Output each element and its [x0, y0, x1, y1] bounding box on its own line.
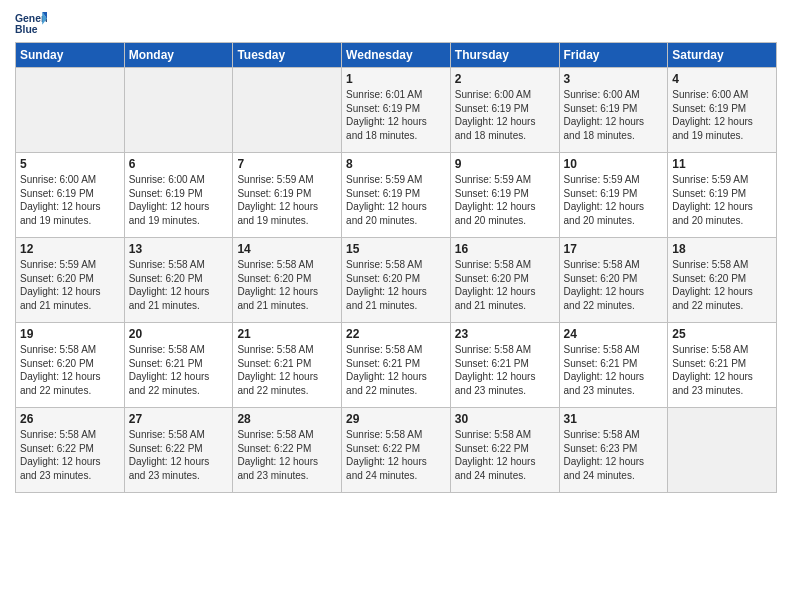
day-info: Sunrise: 5:58 AM Sunset: 6:20 PM Dayligh…	[237, 258, 337, 312]
calendar-cell: 4Sunrise: 6:00 AM Sunset: 6:19 PM Daylig…	[668, 68, 777, 153]
day-number: 25	[672, 327, 772, 341]
weekday-header-monday: Monday	[124, 43, 233, 68]
day-number: 10	[564, 157, 664, 171]
day-number: 9	[455, 157, 555, 171]
page-container: General Blue SundayMondayTuesdayWednesda…	[0, 0, 792, 503]
calendar-cell: 20Sunrise: 5:58 AM Sunset: 6:21 PM Dayli…	[124, 323, 233, 408]
week-row-5: 26Sunrise: 5:58 AM Sunset: 6:22 PM Dayli…	[16, 408, 777, 493]
day-info: Sunrise: 6:00 AM Sunset: 6:19 PM Dayligh…	[129, 173, 229, 227]
day-info: Sunrise: 5:58 AM Sunset: 6:22 PM Dayligh…	[346, 428, 446, 482]
day-number: 31	[564, 412, 664, 426]
day-info: Sunrise: 5:58 AM Sunset: 6:21 PM Dayligh…	[672, 343, 772, 397]
day-info: Sunrise: 5:58 AM Sunset: 6:20 PM Dayligh…	[672, 258, 772, 312]
day-info: Sunrise: 5:58 AM Sunset: 6:21 PM Dayligh…	[237, 343, 337, 397]
weekday-header-tuesday: Tuesday	[233, 43, 342, 68]
day-info: Sunrise: 5:58 AM Sunset: 6:21 PM Dayligh…	[129, 343, 229, 397]
calendar-cell: 3Sunrise: 6:00 AM Sunset: 6:19 PM Daylig…	[559, 68, 668, 153]
day-info: Sunrise: 5:58 AM Sunset: 6:23 PM Dayligh…	[564, 428, 664, 482]
day-number: 12	[20, 242, 120, 256]
calendar-cell: 31Sunrise: 5:58 AM Sunset: 6:23 PM Dayli…	[559, 408, 668, 493]
day-info: Sunrise: 5:58 AM Sunset: 6:22 PM Dayligh…	[20, 428, 120, 482]
day-number: 22	[346, 327, 446, 341]
calendar-cell: 10Sunrise: 5:59 AM Sunset: 6:19 PM Dayli…	[559, 153, 668, 238]
calendar-cell: 7Sunrise: 5:59 AM Sunset: 6:19 PM Daylig…	[233, 153, 342, 238]
weekday-header-saturday: Saturday	[668, 43, 777, 68]
calendar-cell	[668, 408, 777, 493]
calendar-cell: 6Sunrise: 6:00 AM Sunset: 6:19 PM Daylig…	[124, 153, 233, 238]
day-info: Sunrise: 5:59 AM Sunset: 6:19 PM Dayligh…	[237, 173, 337, 227]
day-number: 23	[455, 327, 555, 341]
calendar-cell: 14Sunrise: 5:58 AM Sunset: 6:20 PM Dayli…	[233, 238, 342, 323]
header: General Blue	[15, 10, 777, 38]
day-number: 1	[346, 72, 446, 86]
day-info: Sunrise: 5:58 AM Sunset: 6:21 PM Dayligh…	[564, 343, 664, 397]
calendar-cell: 29Sunrise: 5:58 AM Sunset: 6:22 PM Dayli…	[342, 408, 451, 493]
day-info: Sunrise: 5:59 AM Sunset: 6:19 PM Dayligh…	[564, 173, 664, 227]
weekday-header-row: SundayMondayTuesdayWednesdayThursdayFrid…	[16, 43, 777, 68]
weekday-header-friday: Friday	[559, 43, 668, 68]
day-info: Sunrise: 5:58 AM Sunset: 6:20 PM Dayligh…	[20, 343, 120, 397]
calendar-cell: 5Sunrise: 6:00 AM Sunset: 6:19 PM Daylig…	[16, 153, 125, 238]
day-info: Sunrise: 5:59 AM Sunset: 6:19 PM Dayligh…	[672, 173, 772, 227]
calendar-cell: 1Sunrise: 6:01 AM Sunset: 6:19 PM Daylig…	[342, 68, 451, 153]
day-info: Sunrise: 5:58 AM Sunset: 6:21 PM Dayligh…	[455, 343, 555, 397]
day-info: Sunrise: 6:00 AM Sunset: 6:19 PM Dayligh…	[20, 173, 120, 227]
day-info: Sunrise: 5:58 AM Sunset: 6:20 PM Dayligh…	[455, 258, 555, 312]
calendar-cell: 9Sunrise: 5:59 AM Sunset: 6:19 PM Daylig…	[450, 153, 559, 238]
calendar-cell: 17Sunrise: 5:58 AM Sunset: 6:20 PM Dayli…	[559, 238, 668, 323]
day-info: Sunrise: 5:58 AM Sunset: 6:22 PM Dayligh…	[237, 428, 337, 482]
day-info: Sunrise: 5:59 AM Sunset: 6:20 PM Dayligh…	[20, 258, 120, 312]
calendar-table: SundayMondayTuesdayWednesdayThursdayFrid…	[15, 42, 777, 493]
day-info: Sunrise: 5:58 AM Sunset: 6:22 PM Dayligh…	[455, 428, 555, 482]
day-info: Sunrise: 6:01 AM Sunset: 6:19 PM Dayligh…	[346, 88, 446, 142]
day-number: 20	[129, 327, 229, 341]
day-info: Sunrise: 5:58 AM Sunset: 6:21 PM Dayligh…	[346, 343, 446, 397]
day-number: 26	[20, 412, 120, 426]
day-info: Sunrise: 5:58 AM Sunset: 6:20 PM Dayligh…	[564, 258, 664, 312]
day-info: Sunrise: 6:00 AM Sunset: 6:19 PM Dayligh…	[564, 88, 664, 142]
day-number: 13	[129, 242, 229, 256]
calendar-cell: 13Sunrise: 5:58 AM Sunset: 6:20 PM Dayli…	[124, 238, 233, 323]
weekday-header-sunday: Sunday	[16, 43, 125, 68]
week-row-4: 19Sunrise: 5:58 AM Sunset: 6:20 PM Dayli…	[16, 323, 777, 408]
week-row-3: 12Sunrise: 5:59 AM Sunset: 6:20 PM Dayli…	[16, 238, 777, 323]
day-info: Sunrise: 6:00 AM Sunset: 6:19 PM Dayligh…	[672, 88, 772, 142]
calendar-cell: 27Sunrise: 5:58 AM Sunset: 6:22 PM Dayli…	[124, 408, 233, 493]
day-number: 16	[455, 242, 555, 256]
logo-icon: General Blue	[15, 10, 47, 38]
calendar-cell: 26Sunrise: 5:58 AM Sunset: 6:22 PM Dayli…	[16, 408, 125, 493]
calendar-header: SundayMondayTuesdayWednesdayThursdayFrid…	[16, 43, 777, 68]
day-number: 24	[564, 327, 664, 341]
day-number: 21	[237, 327, 337, 341]
day-number: 28	[237, 412, 337, 426]
day-number: 8	[346, 157, 446, 171]
day-info: Sunrise: 5:58 AM Sunset: 6:20 PM Dayligh…	[129, 258, 229, 312]
svg-text:Blue: Blue	[15, 24, 38, 35]
calendar-cell	[16, 68, 125, 153]
calendar-cell: 25Sunrise: 5:58 AM Sunset: 6:21 PM Dayli…	[668, 323, 777, 408]
day-number: 3	[564, 72, 664, 86]
calendar-cell: 30Sunrise: 5:58 AM Sunset: 6:22 PM Dayli…	[450, 408, 559, 493]
day-number: 17	[564, 242, 664, 256]
calendar-cell: 2Sunrise: 6:00 AM Sunset: 6:19 PM Daylig…	[450, 68, 559, 153]
calendar-cell: 12Sunrise: 5:59 AM Sunset: 6:20 PM Dayli…	[16, 238, 125, 323]
calendar-cell: 11Sunrise: 5:59 AM Sunset: 6:19 PM Dayli…	[668, 153, 777, 238]
calendar-cell: 15Sunrise: 5:58 AM Sunset: 6:20 PM Dayli…	[342, 238, 451, 323]
calendar-cell: 28Sunrise: 5:58 AM Sunset: 6:22 PM Dayli…	[233, 408, 342, 493]
day-info: Sunrise: 5:59 AM Sunset: 6:19 PM Dayligh…	[455, 173, 555, 227]
day-info: Sunrise: 5:58 AM Sunset: 6:20 PM Dayligh…	[346, 258, 446, 312]
calendar-cell	[233, 68, 342, 153]
calendar-cell	[124, 68, 233, 153]
calendar-cell: 18Sunrise: 5:58 AM Sunset: 6:20 PM Dayli…	[668, 238, 777, 323]
calendar-cell: 21Sunrise: 5:58 AM Sunset: 6:21 PM Dayli…	[233, 323, 342, 408]
day-number: 19	[20, 327, 120, 341]
day-number: 7	[237, 157, 337, 171]
day-info: Sunrise: 5:59 AM Sunset: 6:19 PM Dayligh…	[346, 173, 446, 227]
day-number: 18	[672, 242, 772, 256]
day-number: 29	[346, 412, 446, 426]
calendar-cell: 22Sunrise: 5:58 AM Sunset: 6:21 PM Dayli…	[342, 323, 451, 408]
day-number: 30	[455, 412, 555, 426]
weekday-header-wednesday: Wednesday	[342, 43, 451, 68]
day-number: 5	[20, 157, 120, 171]
logo: General Blue	[15, 10, 47, 38]
